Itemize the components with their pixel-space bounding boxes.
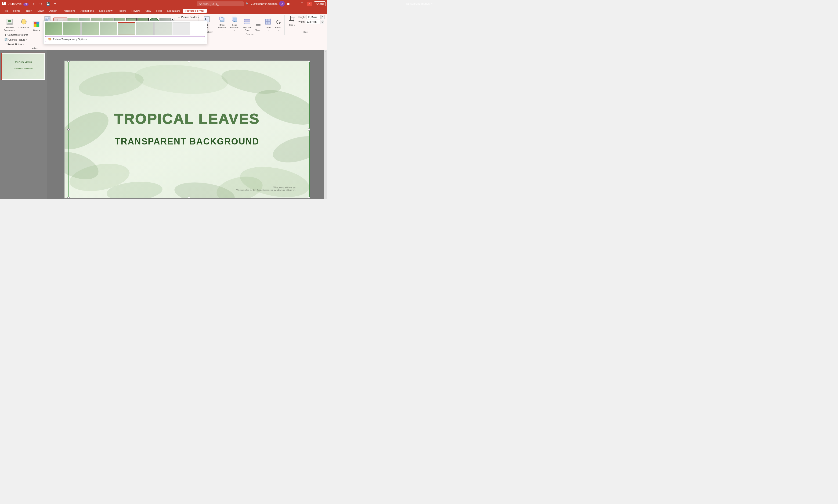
autosave-toggle[interactable]: AutoSave Off — [7, 2, 30, 6]
transparency-thumb-15[interactable] — [63, 22, 81, 35]
restore-button[interactable]: ❐ — [299, 2, 305, 6]
slide-thumb-subtitle: TRANSPARENT BACKGROUND — [14, 68, 33, 69]
picture-border-icon: ▭ — [178, 16, 180, 18]
transparency-thumbnails — [45, 22, 205, 35]
rotate-icon — [275, 18, 281, 26]
transparency-options-icon: 🎨 — [48, 38, 51, 41]
ribbon-group-size: Crop ▾ Height: ▲ ▼ Width: ▲ ▼ — [285, 15, 326, 33]
svg-rect-32 — [265, 22, 268, 24]
menu-help[interactable]: Help — [154, 8, 164, 13]
menu-slidelizard[interactable]: SlideLizard — [165, 8, 183, 13]
align-button[interactable]: Align ▾ — [253, 20, 263, 33]
width-input[interactable] — [306, 20, 320, 24]
undo-button[interactable]: ↩ — [31, 2, 37, 6]
corrections-label: Corrections ▾ — [18, 26, 30, 32]
menu-home[interactable]: Home — [11, 8, 23, 13]
height-down[interactable]: ▼ — [321, 17, 324, 19]
menu-view[interactable]: View — [143, 8, 154, 13]
transparency-thumb-65[interactable] — [136, 22, 154, 35]
group-label: Group ▾ — [265, 26, 271, 32]
width-label: Width: — [298, 21, 305, 23]
svg-rect-25 — [244, 21, 250, 22]
send-backward-button[interactable]: SendBackward ▾ — [228, 15, 240, 32]
slide-panel: 1 TROPICAL LEAVES TRANSPARENT BACKGROUND — [0, 50, 47, 199]
transparency-options-link[interactable]: 🎨 Picture Transparency Options... — [45, 36, 205, 42]
menu-animations[interactable]: Animations — [78, 8, 96, 13]
menu-slideshow[interactable]: Slide Show — [96, 8, 115, 13]
menu-review[interactable]: Review — [129, 8, 143, 13]
canvas-subtitle: TRANSPARENT BACKGROUND — [115, 137, 259, 147]
customize-qat[interactable]: ▾ — [53, 2, 57, 6]
search-icon: 🔍 — [246, 2, 249, 5]
search-input[interactable] — [197, 1, 244, 6]
crop-button[interactable]: Crop ▾ — [286, 15, 297, 28]
change-pic-icon: 🔄 — [4, 38, 7, 41]
menu-picture-format[interactable]: Picture Format — [183, 8, 207, 13]
transparency-thumb-0[interactable] — [45, 22, 63, 35]
slide-thumb-1[interactable]: 1 TROPICAL LEAVES TRANSPARENT BACKGROUND — [1, 53, 46, 80]
width-up[interactable]: ▲ — [321, 20, 324, 22]
color-icon — [33, 21, 40, 29]
bring-forward-button[interactable]: BringForward ▾ — [216, 15, 228, 32]
ribbon-display-icon[interactable]: ▣ — [287, 2, 290, 6]
slide-canvas: TROPICAL LEAVES TRANSPARENT BACKGROUND W… — [64, 60, 310, 198]
height-up[interactable]: ▲ — [321, 15, 324, 17]
menu-bar: File Home Insert Draw Design Transitions… — [0, 7, 327, 14]
redo-button[interactable]: ↪ — [38, 2, 43, 6]
title-bar-left: 🅿 AutoSave Off ↩ ↪ 💾 ▾ — [2, 2, 57, 6]
transparency-thumb-80[interactable] — [154, 22, 172, 35]
menu-draw[interactable]: Draw — [35, 8, 46, 13]
corrections-icon — [21, 18, 27, 26]
corrections-button[interactable]: Corrections ▾ — [17, 18, 31, 33]
color-label: Color ▾ — [33, 29, 40, 32]
menu-record[interactable]: Record — [115, 8, 129, 13]
main-area: 1 TROPICAL LEAVES TRANSPARENT BACKGROUND — [0, 50, 327, 199]
share-button[interactable]: Share — [314, 1, 325, 6]
size-group-content: Crop ▾ Height: ▲ ▼ Width: ▲ ▼ — [286, 15, 324, 28]
transparency-thumb-95[interactable] — [173, 22, 190, 35]
transparency-options-label: Picture Transparency Options... — [53, 38, 89, 41]
menu-transitions[interactable]: Transitions — [60, 8, 78, 13]
width-row: Width: ▲ ▼ — [298, 20, 324, 24]
menu-design[interactable]: Design — [47, 8, 60, 13]
width-down[interactable]: ▼ — [321, 22, 324, 24]
svg-rect-12 — [36, 24, 39, 27]
save-button[interactable]: 💾 — [45, 2, 51, 6]
send-backward-icon — [231, 16, 238, 23]
group-button[interactable]: Group ▾ — [263, 18, 273, 33]
svg-rect-1 — [8, 20, 11, 22]
selection-pane-icon — [244, 18, 250, 26]
ribbon-group-arrange: BringForward ▾ SendBackward ▾ — [215, 15, 285, 35]
right-scrollbar: ▲ ▼ + - — [324, 50, 327, 199]
avatar[interactable]: J — [279, 1, 285, 6]
selection-pane-label: SelectionPane — [243, 26, 251, 32]
canvas-area[interactable]: TROPICAL LEAVES TRANSPARENT BACKGROUND W… — [47, 50, 327, 199]
transparency-thumb-30[interactable] — [82, 22, 99, 35]
minimize-button[interactable]: — — [291, 2, 298, 6]
size-label: Size — [303, 31, 307, 33]
width-spinner: ▲ ▼ — [321, 20, 324, 24]
svg-rect-10 — [36, 22, 39, 24]
slide-bg — [2, 54, 44, 79]
align-icon — [255, 21, 262, 29]
title-bar: 🅿 AutoSave Off ↩ ↪ 💾 ▾ transparent-image… — [0, 0, 327, 7]
gallery-up[interactable]: ▲ — [171, 18, 174, 21]
transparency-thumb-50[interactable] — [118, 22, 136, 35]
height-label: Height: — [298, 16, 306, 18]
menu-insert[interactable]: Insert — [23, 8, 35, 13]
size-inputs: Height: ▲ ▼ Width: ▲ ▼ — [298, 15, 324, 24]
arrange-buttons: BringForward ▾ SendBackward ▾ — [216, 15, 283, 32]
selection-pane-button[interactable]: SelectionPane — [241, 18, 253, 33]
close-button[interactable]: ✕ — [307, 2, 312, 6]
title-bar-right: 🔍 Gumpelmeyer Johanna J ▣ — ❐ ✕ Share — [197, 1, 325, 6]
scroll-up[interactable]: ▲ — [325, 51, 327, 53]
remove-background-button[interactable]: RemoveBackground — [3, 18, 16, 33]
crop-icon — [288, 16, 295, 23]
height-input[interactable] — [306, 15, 321, 19]
color-button[interactable]: Color ▾ — [31, 20, 42, 33]
user-name: Gumpelmeyer Johanna — [251, 2, 277, 5]
picture-border-button[interactable]: ▭ Picture Border ▾ — [176, 15, 201, 19]
menu-file[interactable]: File — [1, 8, 11, 13]
rotate-button[interactable]: Rotate ▾ — [273, 18, 283, 33]
transparency-thumb-45[interactable] — [100, 22, 117, 35]
